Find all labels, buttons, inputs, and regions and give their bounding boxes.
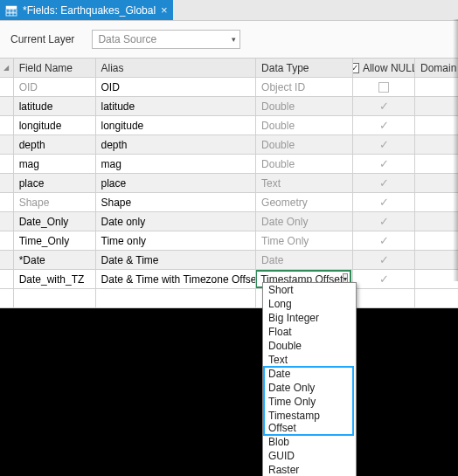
table-row[interactable]: Date_with_TZDate & Time with Timezone Of… (0, 270, 458, 289)
data-type-cell[interactable]: Date Only (256, 212, 353, 231)
dropdown-option[interactable]: Big Integer (263, 311, 356, 325)
row-selector[interactable] (0, 270, 14, 288)
row-selector[interactable] (0, 135, 14, 154)
field-name-cell[interactable]: Time_Only (14, 231, 96, 250)
field-name-cell[interactable]: longitude (14, 116, 96, 135)
dropdown-option[interactable]: Blob (263, 435, 356, 449)
row-selector[interactable] (0, 251, 14, 269)
row-selector[interactable] (0, 174, 14, 192)
table-row[interactable]: magmagDouble✓ (0, 155, 458, 174)
dropdown-option[interactable]: Timestamp Offset (263, 409, 356, 435)
allow-null-cell[interactable]: ✓ (353, 116, 415, 135)
row-selector[interactable] (0, 78, 14, 96)
data-type-cell[interactable]: Double (256, 135, 353, 154)
allow-null-cell[interactable]: ✓ (353, 97, 415, 115)
domain-cell[interactable] (415, 231, 458, 250)
allow-null-cell[interactable]: ✓ (353, 155, 415, 173)
current-layer-dropdown[interactable]: Data Source ▾ (92, 30, 240, 49)
domain-cell[interactable] (415, 97, 458, 115)
alias-cell[interactable]: mag (96, 155, 257, 173)
data-type-cell[interactable]: Double (256, 116, 353, 135)
dropdown-option[interactable]: Time Only (263, 395, 356, 409)
dropdown-option[interactable]: Long (263, 297, 356, 311)
header-allow-null[interactable]: ✓ Allow NULL (353, 59, 415, 77)
row-selector[interactable] (0, 155, 14, 173)
dropdown-option[interactable]: Date Only (263, 381, 356, 395)
field-name-cell[interactable]: latitude (14, 97, 96, 115)
dropdown-option[interactable]: Raster (263, 463, 356, 476)
data-type-cell[interactable]: Double (256, 155, 353, 173)
domain-cell[interactable] (415, 116, 458, 135)
table-row[interactable]: longitudelongitudeDouble✓ (0, 116, 458, 135)
field-name-cell[interactable]: *Date (14, 251, 96, 269)
allow-null-cell[interactable]: ✓ (353, 270, 415, 288)
field-name-cell[interactable]: depth (14, 135, 96, 154)
data-type-cell[interactable]: Double (256, 97, 353, 115)
alias-cell[interactable]: longitude (96, 116, 257, 135)
row-selector[interactable] (0, 212, 14, 231)
alias-cell[interactable]: Date & Time with Timezone Offset (96, 270, 257, 288)
row-selector[interactable] (0, 231, 14, 250)
field-name-cell[interactable]: Date_with_TZ (14, 270, 96, 288)
allow-null-cell[interactable]: ✓ (353, 193, 415, 211)
table-row[interactable]: latitudelatitudeDouble✓ (0, 97, 458, 116)
allow-null-cell[interactable]: ✓ (353, 212, 415, 231)
allow-null-cell[interactable]: ✓ (353, 135, 415, 154)
domain-cell[interactable] (415, 78, 458, 96)
dropdown-option[interactable]: Double (263, 339, 356, 353)
dropdown-option[interactable]: GUID (263, 449, 356, 463)
header-data-type[interactable]: Data Type (256, 59, 353, 77)
alias-cell[interactable]: depth (96, 135, 257, 154)
domain-cell[interactable] (415, 251, 458, 269)
allow-null-cell[interactable]: ✓ (353, 174, 415, 192)
table-row[interactable]: placeplaceText✓ (0, 174, 458, 193)
data-type-cell[interactable]: Time Only (256, 231, 353, 250)
alias-cell[interactable]: OID (96, 78, 257, 96)
domain-cell[interactable] (415, 135, 458, 154)
table-row[interactable]: depthdepthDouble✓ (0, 135, 458, 155)
allow-null-cell[interactable]: ✓ (353, 231, 415, 250)
close-icon[interactable]: × (161, 4, 168, 16)
dropdown-option[interactable]: Date (263, 367, 356, 381)
table-row[interactable]: *DateDate & TimeDate✓ (0, 251, 458, 270)
field-name-cell[interactable]: Shape (14, 193, 96, 211)
header-domain[interactable]: Domain (415, 59, 458, 77)
row-selector[interactable] (0, 193, 14, 211)
dropdown-option[interactable]: Short (263, 283, 356, 297)
alias-cell[interactable]: Shape (96, 193, 257, 211)
domain-cell[interactable] (415, 193, 458, 211)
data-type-cell[interactable]: Text (256, 174, 353, 192)
header-row-selector[interactable]: ◢ (0, 59, 14, 77)
allow-null-cell[interactable]: ✓ (353, 251, 415, 269)
header-field-name[interactable]: Field Name (14, 59, 96, 77)
dropdown-option[interactable]: Text (263, 353, 356, 367)
data-type-dropdown-list[interactable]: ShortLongBig IntegerFloatDoubleTextDateD… (262, 282, 357, 476)
field-name-cell[interactable]: place (14, 174, 96, 192)
data-type-cell[interactable]: Object ID (256, 78, 353, 96)
alias-cell[interactable]: Date & Time (96, 251, 257, 269)
alias-cell[interactable]: Time only (96, 231, 257, 250)
table-row[interactable]: Date_OnlyDate onlyDate Only✓ (0, 212, 458, 231)
dropdown-option[interactable]: Float (263, 325, 356, 339)
domain-cell[interactable] (415, 174, 458, 192)
alias-cell[interactable]: latitude (96, 97, 257, 115)
table-row[interactable]: Time_OnlyTime onlyTime Only✓ (0, 231, 458, 251)
domain-cell[interactable] (415, 212, 458, 231)
domain-cell[interactable] (415, 270, 458, 288)
row-selector[interactable] (0, 116, 14, 135)
data-type-cell[interactable]: Date (256, 251, 353, 269)
alias-cell[interactable]: place (96, 174, 257, 192)
new-row[interactable] (0, 289, 458, 308)
domain-cell[interactable] (415, 155, 458, 173)
table-row[interactable]: ShapeShapeGeometry✓ (0, 193, 458, 212)
allow-null-cell[interactable] (353, 78, 415, 96)
data-type-cell[interactable]: Geometry (256, 193, 353, 211)
header-alias[interactable]: Alias (96, 59, 257, 77)
alias-cell[interactable]: Date only (96, 212, 257, 231)
tab-fields[interactable]: *Fields: Earthquakes_Global × (0, 0, 173, 20)
field-name-cell[interactable]: mag (14, 155, 96, 173)
field-name-cell[interactable]: Date_Only (14, 212, 96, 231)
row-selector[interactable] (0, 97, 14, 115)
table-row[interactable]: OIDOIDObject ID (0, 78, 458, 97)
field-name-cell[interactable]: OID (14, 78, 96, 96)
